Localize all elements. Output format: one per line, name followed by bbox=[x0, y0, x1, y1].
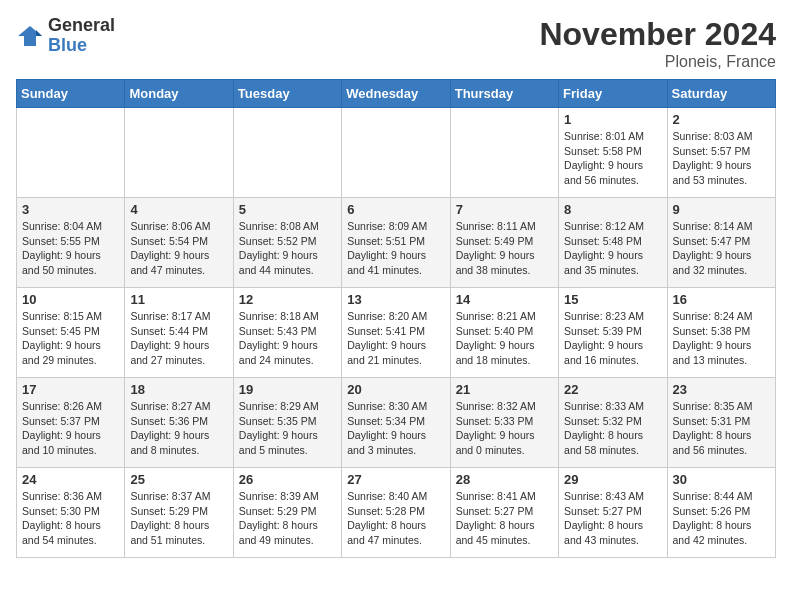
calendar-cell: 23Sunrise: 8:35 AM Sunset: 5:31 PM Dayli… bbox=[667, 378, 775, 468]
calendar-body: 1Sunrise: 8:01 AM Sunset: 5:58 PM Daylig… bbox=[17, 108, 776, 558]
day-info: Sunrise: 8:08 AM Sunset: 5:52 PM Dayligh… bbox=[239, 219, 336, 278]
calendar-day-header: Saturday bbox=[667, 80, 775, 108]
day-number: 7 bbox=[456, 202, 553, 217]
calendar-cell: 18Sunrise: 8:27 AM Sunset: 5:36 PM Dayli… bbox=[125, 378, 233, 468]
day-info: Sunrise: 8:30 AM Sunset: 5:34 PM Dayligh… bbox=[347, 399, 444, 458]
calendar-cell: 4Sunrise: 8:06 AM Sunset: 5:54 PM Daylig… bbox=[125, 198, 233, 288]
day-number: 15 bbox=[564, 292, 661, 307]
day-number: 5 bbox=[239, 202, 336, 217]
calendar-cell: 20Sunrise: 8:30 AM Sunset: 5:34 PM Dayli… bbox=[342, 378, 450, 468]
month-title: November 2024 bbox=[539, 16, 776, 53]
day-number: 17 bbox=[22, 382, 119, 397]
day-number: 20 bbox=[347, 382, 444, 397]
calendar-cell: 22Sunrise: 8:33 AM Sunset: 5:32 PM Dayli… bbox=[559, 378, 667, 468]
day-number: 28 bbox=[456, 472, 553, 487]
day-info: Sunrise: 8:06 AM Sunset: 5:54 PM Dayligh… bbox=[130, 219, 227, 278]
day-info: Sunrise: 8:44 AM Sunset: 5:26 PM Dayligh… bbox=[673, 489, 770, 548]
day-info: Sunrise: 8:41 AM Sunset: 5:27 PM Dayligh… bbox=[456, 489, 553, 548]
day-number: 21 bbox=[456, 382, 553, 397]
calendar-cell: 28Sunrise: 8:41 AM Sunset: 5:27 PM Dayli… bbox=[450, 468, 558, 558]
location: Ploneis, France bbox=[539, 53, 776, 71]
day-info: Sunrise: 8:37 AM Sunset: 5:29 PM Dayligh… bbox=[130, 489, 227, 548]
day-number: 6 bbox=[347, 202, 444, 217]
calendar-cell: 9Sunrise: 8:14 AM Sunset: 5:47 PM Daylig… bbox=[667, 198, 775, 288]
day-number: 2 bbox=[673, 112, 770, 127]
logo-general: General bbox=[48, 16, 115, 36]
day-number: 27 bbox=[347, 472, 444, 487]
day-info: Sunrise: 8:43 AM Sunset: 5:27 PM Dayligh… bbox=[564, 489, 661, 548]
calendar-cell bbox=[233, 108, 341, 198]
day-number: 22 bbox=[564, 382, 661, 397]
day-info: Sunrise: 8:40 AM Sunset: 5:28 PM Dayligh… bbox=[347, 489, 444, 548]
calendar-cell: 27Sunrise: 8:40 AM Sunset: 5:28 PM Dayli… bbox=[342, 468, 450, 558]
day-number: 25 bbox=[130, 472, 227, 487]
day-number: 16 bbox=[673, 292, 770, 307]
day-number: 23 bbox=[673, 382, 770, 397]
day-number: 24 bbox=[22, 472, 119, 487]
calendar-cell: 24Sunrise: 8:36 AM Sunset: 5:30 PM Dayli… bbox=[17, 468, 125, 558]
day-number: 14 bbox=[456, 292, 553, 307]
calendar-cell: 15Sunrise: 8:23 AM Sunset: 5:39 PM Dayli… bbox=[559, 288, 667, 378]
day-info: Sunrise: 8:27 AM Sunset: 5:36 PM Dayligh… bbox=[130, 399, 227, 458]
calendar-day-header: Thursday bbox=[450, 80, 558, 108]
day-info: Sunrise: 8:23 AM Sunset: 5:39 PM Dayligh… bbox=[564, 309, 661, 368]
calendar-cell: 3Sunrise: 8:04 AM Sunset: 5:55 PM Daylig… bbox=[17, 198, 125, 288]
day-number: 19 bbox=[239, 382, 336, 397]
calendar-day-header: Sunday bbox=[17, 80, 125, 108]
calendar-week-row: 10Sunrise: 8:15 AM Sunset: 5:45 PM Dayli… bbox=[17, 288, 776, 378]
calendar-day-header: Wednesday bbox=[342, 80, 450, 108]
calendar-cell: 30Sunrise: 8:44 AM Sunset: 5:26 PM Dayli… bbox=[667, 468, 775, 558]
logo-text: General Blue bbox=[48, 16, 115, 56]
day-info: Sunrise: 8:09 AM Sunset: 5:51 PM Dayligh… bbox=[347, 219, 444, 278]
day-number: 13 bbox=[347, 292, 444, 307]
day-info: Sunrise: 8:03 AM Sunset: 5:57 PM Dayligh… bbox=[673, 129, 770, 188]
calendar-cell: 25Sunrise: 8:37 AM Sunset: 5:29 PM Dayli… bbox=[125, 468, 233, 558]
calendar-cell: 14Sunrise: 8:21 AM Sunset: 5:40 PM Dayli… bbox=[450, 288, 558, 378]
calendar-cell: 16Sunrise: 8:24 AM Sunset: 5:38 PM Dayli… bbox=[667, 288, 775, 378]
day-info: Sunrise: 8:20 AM Sunset: 5:41 PM Dayligh… bbox=[347, 309, 444, 368]
day-info: Sunrise: 8:14 AM Sunset: 5:47 PM Dayligh… bbox=[673, 219, 770, 278]
calendar-cell bbox=[450, 108, 558, 198]
title-block: November 2024 Ploneis, France bbox=[539, 16, 776, 71]
calendar-cell: 7Sunrise: 8:11 AM Sunset: 5:49 PM Daylig… bbox=[450, 198, 558, 288]
calendar-week-row: 24Sunrise: 8:36 AM Sunset: 5:30 PM Dayli… bbox=[17, 468, 776, 558]
day-info: Sunrise: 8:12 AM Sunset: 5:48 PM Dayligh… bbox=[564, 219, 661, 278]
day-info: Sunrise: 8:39 AM Sunset: 5:29 PM Dayligh… bbox=[239, 489, 336, 548]
day-info: Sunrise: 8:21 AM Sunset: 5:40 PM Dayligh… bbox=[456, 309, 553, 368]
day-number: 1 bbox=[564, 112, 661, 127]
calendar-cell: 19Sunrise: 8:29 AM Sunset: 5:35 PM Dayli… bbox=[233, 378, 341, 468]
day-number: 3 bbox=[22, 202, 119, 217]
day-number: 10 bbox=[22, 292, 119, 307]
calendar-cell: 11Sunrise: 8:17 AM Sunset: 5:44 PM Dayli… bbox=[125, 288, 233, 378]
calendar-week-row: 3Sunrise: 8:04 AM Sunset: 5:55 PM Daylig… bbox=[17, 198, 776, 288]
day-number: 9 bbox=[673, 202, 770, 217]
day-info: Sunrise: 8:29 AM Sunset: 5:35 PM Dayligh… bbox=[239, 399, 336, 458]
day-info: Sunrise: 8:26 AM Sunset: 5:37 PM Dayligh… bbox=[22, 399, 119, 458]
page-header: General Blue November 2024 Ploneis, Fran… bbox=[16, 16, 776, 71]
calendar-cell bbox=[125, 108, 233, 198]
day-info: Sunrise: 8:01 AM Sunset: 5:58 PM Dayligh… bbox=[564, 129, 661, 188]
day-number: 12 bbox=[239, 292, 336, 307]
calendar-cell bbox=[342, 108, 450, 198]
day-number: 26 bbox=[239, 472, 336, 487]
calendar-cell: 12Sunrise: 8:18 AM Sunset: 5:43 PM Dayli… bbox=[233, 288, 341, 378]
calendar-week-row: 17Sunrise: 8:26 AM Sunset: 5:37 PM Dayli… bbox=[17, 378, 776, 468]
svg-marker-1 bbox=[36, 30, 42, 36]
calendar-cell: 13Sunrise: 8:20 AM Sunset: 5:41 PM Dayli… bbox=[342, 288, 450, 378]
calendar-table: SundayMondayTuesdayWednesdayThursdayFrid… bbox=[16, 79, 776, 558]
calendar-cell: 29Sunrise: 8:43 AM Sunset: 5:27 PM Dayli… bbox=[559, 468, 667, 558]
day-number: 8 bbox=[564, 202, 661, 217]
day-info: Sunrise: 8:15 AM Sunset: 5:45 PM Dayligh… bbox=[22, 309, 119, 368]
day-info: Sunrise: 8:11 AM Sunset: 5:49 PM Dayligh… bbox=[456, 219, 553, 278]
day-info: Sunrise: 8:36 AM Sunset: 5:30 PM Dayligh… bbox=[22, 489, 119, 548]
day-number: 11 bbox=[130, 292, 227, 307]
calendar-cell: 21Sunrise: 8:32 AM Sunset: 5:33 PM Dayli… bbox=[450, 378, 558, 468]
calendar-cell: 17Sunrise: 8:26 AM Sunset: 5:37 PM Dayli… bbox=[17, 378, 125, 468]
day-number: 30 bbox=[673, 472, 770, 487]
calendar-header-row: SundayMondayTuesdayWednesdayThursdayFrid… bbox=[17, 80, 776, 108]
calendar-cell bbox=[17, 108, 125, 198]
logo: General Blue bbox=[16, 16, 115, 56]
calendar-cell: 10Sunrise: 8:15 AM Sunset: 5:45 PM Dayli… bbox=[17, 288, 125, 378]
calendar-cell: 26Sunrise: 8:39 AM Sunset: 5:29 PM Dayli… bbox=[233, 468, 341, 558]
day-info: Sunrise: 8:32 AM Sunset: 5:33 PM Dayligh… bbox=[456, 399, 553, 458]
